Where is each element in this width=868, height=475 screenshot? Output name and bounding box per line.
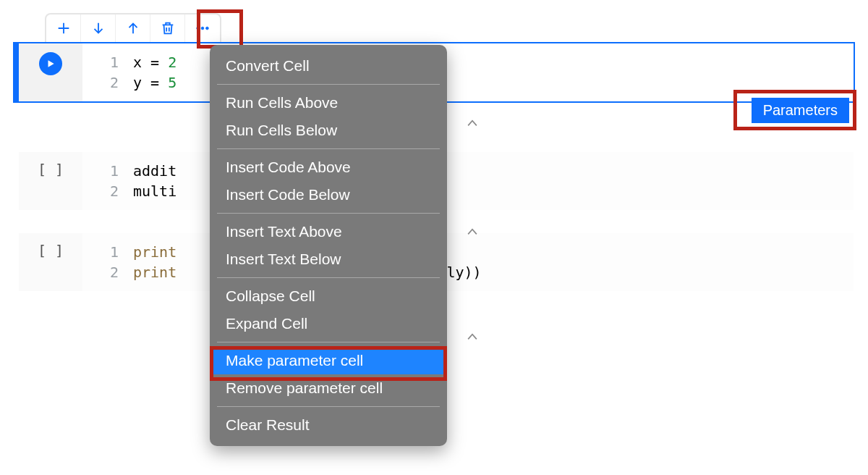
- menu-item-convert-cell[interactable]: Convert Cell: [210, 52, 447, 80]
- menu-item-collapse-cell[interactable]: Collapse Cell: [210, 282, 447, 310]
- menu-item-insert-code-below[interactable]: Insert Code Below: [210, 181, 447, 209]
- svg-point-2: [206, 27, 209, 30]
- cell-gutter: [ ]: [19, 152, 82, 210]
- menu-separator: [217, 277, 440, 278]
- arrow-up-icon: [125, 20, 141, 36]
- line-number: 1: [82, 161, 119, 181]
- line-number: 1: [82, 242, 119, 262]
- move-up-button[interactable]: [116, 14, 150, 42]
- run-cell-button[interactable]: [39, 52, 62, 75]
- line-number: 2: [82, 181, 119, 201]
- menu-separator: [217, 84, 440, 85]
- menu-item-insert-text-below[interactable]: Insert Text Below: [210, 245, 447, 273]
- menu-item-clear-result[interactable]: Clear Result: [210, 411, 447, 439]
- plus-icon: [56, 20, 72, 36]
- trash-icon: [160, 20, 176, 36]
- svg-point-0: [197, 27, 200, 30]
- menu-item-run-below[interactable]: Run Cells Below: [210, 117, 447, 144]
- chevron-up-icon[interactable]: [461, 329, 483, 344]
- line-number: 2: [82, 262, 119, 282]
- menu-separator: [217, 148, 440, 149]
- cell-context-menu: Convert Cell Run Cells Above Run Cells B…: [210, 45, 447, 446]
- add-cell-button[interactable]: [46, 14, 81, 42]
- line-number-gutter: 1 2: [82, 152, 119, 210]
- menu-separator: [217, 213, 440, 214]
- delete-cell-button[interactable]: [150, 14, 185, 42]
- more-actions-button[interactable]: [185, 14, 220, 42]
- ellipsis-icon: [193, 20, 212, 36]
- menu-item-run-above[interactable]: Run Cells Above: [210, 89, 447, 117]
- menu-item-remove-parameter-cell[interactable]: Remove parameter cell: [210, 374, 447, 402]
- execution-bracket: [ ]: [38, 242, 64, 259]
- svg-point-1: [201, 27, 204, 30]
- chevron-up-icon[interactable]: [461, 224, 483, 239]
- cell-gutter: [19, 43, 82, 101]
- play-icon: [46, 59, 56, 69]
- execution-bracket: [ ]: [38, 161, 64, 178]
- menu-item-make-parameter-cell[interactable]: Make parameter cell: [210, 347, 447, 374]
- line-number-gutter: 1 2: [82, 43, 119, 101]
- line-number: 2: [82, 72, 119, 93]
- menu-item-insert-text-above[interactable]: Insert Text Above: [210, 218, 447, 245]
- parameters-badge: Parameters: [752, 98, 849, 123]
- menu-item-insert-code-above[interactable]: Insert Code Above: [210, 154, 447, 181]
- chevron-up-icon[interactable]: [461, 116, 483, 130]
- line-number-gutter: 1 2: [82, 233, 119, 291]
- menu-separator: [217, 342, 440, 342]
- cell-gutter: [ ]: [19, 233, 82, 291]
- cell-toolbar: [45, 13, 221, 42]
- arrow-down-icon: [90, 20, 106, 36]
- menu-item-expand-cell[interactable]: Expand Cell: [210, 310, 447, 337]
- line-number: 1: [82, 52, 119, 72]
- move-down-button[interactable]: [81, 14, 116, 42]
- menu-separator: [217, 406, 440, 407]
